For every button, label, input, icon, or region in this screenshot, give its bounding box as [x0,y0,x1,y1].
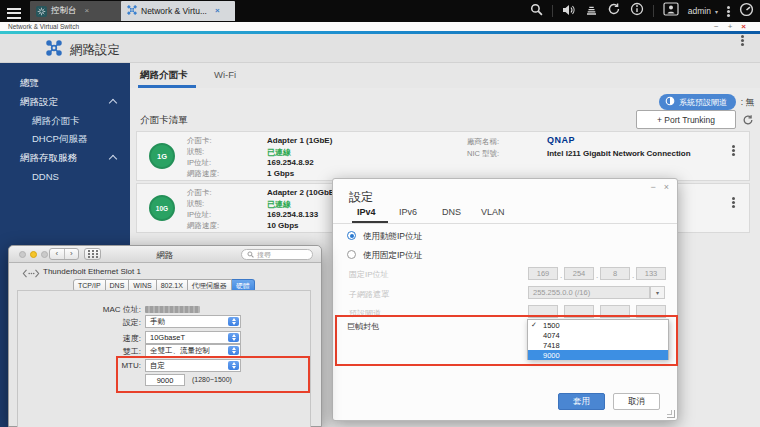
sidebar-item-overview[interactable]: 總覽 [20,77,39,90]
sidebar-item-network-access[interactable]: 網路存取服務 [20,152,77,165]
gateway-octet-field[interactable] [636,305,666,318]
chevron-up-icon[interactable] [109,99,117,107]
username: admin [688,6,711,16]
duplex-label: 雙工: [19,346,141,357]
field-label: 廠商名稱: [467,137,499,147]
page-title: 網路設定 [70,42,120,59]
row-more-icon[interactable] [732,145,735,148]
radio-dynamic-ip[interactable] [347,231,356,240]
background-tasks-icon[interactable] [585,2,598,20]
option-label: 1500 [543,321,560,330]
chevron-up-icon[interactable] [109,155,117,163]
desktop-topbar: 控制台 × Network & Virtu... × admin ▾ [0,0,760,22]
adapter-list-title: 介面卡清單 [140,114,188,127]
sidebar-item-ddns[interactable]: DDNS [32,171,59,182]
more-options-icon[interactable] [727,6,730,9]
header-more-icon[interactable] [741,35,744,38]
ip-octet-field[interactable]: 169 [528,267,558,280]
dialog-tab-ipv4[interactable]: IPv4 [357,207,376,217]
close-icon[interactable]: × [741,22,746,31]
window-title: Network & Virtual Switch [8,23,79,30]
port-trunking-button[interactable]: + Port Trunking [636,110,736,129]
dropdown-option-4074[interactable]: 4074 [528,330,668,340]
default-gateway-label: 預設閘道 [349,308,381,319]
active-tab-underline [352,221,388,223]
gateway-octet-field[interactable] [600,305,630,318]
radio-static-ip[interactable] [347,250,356,259]
sidebar-item-dhcp-server[interactable]: DHCP伺服器 [32,133,87,146]
static-ip-label: 固定IP位址 [349,269,389,280]
dialog-tab-ipv6[interactable]: IPv6 [399,207,417,217]
taskbar-tab-network-virtual-switch[interactable]: Network & Virtu... × [121,1,235,21]
info-icon[interactable] [630,2,644,20]
configure-dropdown[interactable]: 手動 [145,315,241,328]
user-menu[interactable]: admin ▾ [688,6,718,16]
field-label: NIC 型號: [467,149,499,159]
external-device-icon[interactable] [607,2,621,20]
resource-monitor-icon[interactable] [739,2,754,21]
row-more-icon[interactable] [732,197,735,200]
field-label: 狀態: [187,199,204,209]
accent-gradient-bar [0,31,760,34]
dialog-minimize-icon[interactable]: − [650,182,655,192]
field-label: 介面卡: [187,188,212,198]
mtu-value-input[interactable]: 9000 [145,374,185,386]
cancel-button[interactable]: 取消 [613,393,660,410]
tab-wifi[interactable]: Wi-Fi [214,69,236,80]
mtu-dropdown[interactable]: 自定 [145,359,241,372]
duplex-dropdown[interactable]: 全雙工、流量控制 [145,344,241,357]
user-account-icon[interactable] [663,2,679,20]
resize-handle[interactable] [667,410,675,418]
subnet-mask-field[interactable]: 255.255.0.0 (/16) [528,286,650,299]
network-speed: 10 Gbps [267,221,299,230]
dropdown-value: 自定 [150,361,165,371]
control-panel-icon [36,6,47,17]
search-input[interactable]: 搜尋 [241,249,313,260]
system-default-gateway-button[interactable]: 系統預設閘道 [659,94,736,110]
jumbo-frame-dropdown: ✓ 1500 4074 7418 9000 [527,319,669,360]
tab-network-interfaces[interactable]: 網路介面卡 [140,69,188,82]
dropdown-option-9000[interactable]: 9000 [528,350,668,360]
adapter-row-1[interactable]: 1G 介面卡: 狀態: IP位址: 網路速度: Adapter 1 (1GbE)… [136,131,750,181]
main-menu-icon[interactable] [7,5,21,21]
check-icon: ✓ [531,321,537,329]
sidebar-item-network-interfaces[interactable]: 網路介面卡 [32,115,80,128]
divider [552,5,553,17]
notification-volume-icon[interactable] [562,2,576,20]
gateway-octet-field[interactable] [564,305,594,318]
ip-octet-field[interactable]: 133 [636,267,666,280]
taskbar-tab-control-panel[interactable]: 控制台 × [30,1,130,21]
macos-network-window: ‹ › 網路 搜尋 Thunderbolt Ethernet Slot 1 TC… [8,245,322,427]
gateway-octet-field[interactable] [528,305,558,318]
subnet-mask-label: 子網路遮罩 [349,289,389,300]
ip-address: 169.254.8.92 [267,158,314,167]
field-label: 狀態: [187,147,204,157]
subnet-dropdown-button[interactable]: ▾ [650,286,665,299]
ip-octet-field[interactable]: 8 [600,267,630,280]
sidebar-item-network-settings[interactable]: 網路設定 [20,96,58,109]
dialog-tab-dns[interactable]: DNS [442,207,461,217]
dialog-close-icon[interactable]: × [664,182,669,192]
dropdown-option-7418[interactable]: 7418 [528,340,668,350]
refresh-icon[interactable] [742,112,754,130]
macos-titlebar[interactable]: ‹ › 網路 搜尋 [9,246,321,263]
tab-close-icon[interactable]: × [85,7,90,15]
network-icon [46,40,62,60]
dialog-tab-vlan[interactable]: VLAN [481,207,505,217]
chevron-down-icon: ▾ [715,8,718,15]
radio-dynamic-ip-label: 使用動態IP位址 [363,231,422,243]
ip-octet-field[interactable]: 254 [564,267,594,280]
tab-close-icon[interactable]: × [215,7,220,15]
stepper-icon [228,317,239,326]
dialog-title: 設定 [349,189,373,206]
search-icon[interactable] [530,2,543,20]
ip-address: 169.254.8.133 [267,210,318,219]
network-speed: 1 Gbps [267,169,294,178]
adapter-speed-badge: 10G [149,195,175,221]
minimize-icon[interactable]: − [714,22,719,31]
speed-dropdown[interactable]: 10GbaseT [145,331,241,344]
dropdown-option-1500[interactable]: ✓ 1500 [528,320,668,330]
field-label: 網路速度: [187,221,219,231]
apply-button[interactable]: 套用 [558,393,605,410]
maximize-icon[interactable]: + [728,22,733,31]
